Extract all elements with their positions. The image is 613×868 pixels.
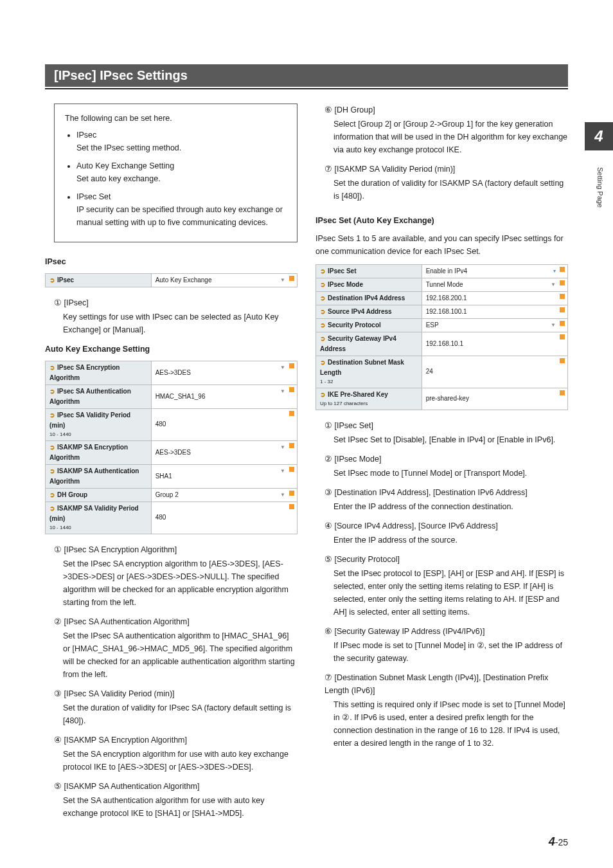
ake-table: IPsec SA Encryption AlgorithmAES->3DES▼ …: [45, 361, 298, 534]
table-value: HMAC_SHA1_96▼: [151, 385, 297, 409]
table-label: Security Protocol: [316, 319, 422, 332]
item-number: ②: [54, 615, 62, 628]
item-body: Set the duration of validity for IPsec S…: [63, 701, 298, 727]
desc-item: ⑤ [ISAKMP SA Authentication Algorithm] S…: [45, 780, 298, 820]
item-name: [Destination Subnet Mask Length (IPv4)],…: [324, 673, 548, 695]
table-value: 480: [151, 409, 297, 441]
desc-item: ⑦ [Destination Subnet Mask Length (IPv4)…: [315, 671, 568, 750]
item-number: ③: [324, 486, 332, 499]
intro-item-desc: IP security can be specified through aut…: [76, 203, 287, 229]
item-body: Set IPsec mode to [Tunnel Mode] or [Tran…: [333, 467, 568, 480]
table-label: IPsec: [46, 274, 152, 287]
desc-item: ⑦ [ISAKMP SA Validity Period (min)] Set …: [315, 163, 568, 203]
item-body: This setting is required only if IPsec m…: [333, 698, 568, 750]
item-body: Enter the IP address of the connection d…: [333, 500, 568, 513]
intro-lead: The following can be set here.: [65, 112, 287, 125]
table-value: pre-shared-key: [422, 388, 567, 410]
item-name: [ISAKMP SA Authentication Algorithm]: [64, 782, 199, 791]
table-label: Source IPv4 Address: [316, 305, 422, 319]
table-value: 192.168.100.1: [422, 305, 567, 319]
table-value: 24: [422, 356, 567, 388]
ake-heading: Auto Key Exchange Setting: [45, 343, 298, 356]
intro-box: The following can be set here. IPsec Set…: [54, 104, 298, 242]
footer-chapter: 4: [549, 835, 555, 848]
item-name: [Destination IPv4 Address], [Destination…: [334, 488, 527, 497]
item-name: [IPsec]: [64, 298, 88, 307]
table-label: IPsec SA Validity Period (min)10 - 1440: [46, 409, 152, 441]
item-name: [IPsec Mode]: [334, 455, 381, 464]
table-label: ISAKMP SA Encryption Algorithm: [46, 440, 152, 464]
intro-item-desc: Set the IPsec setting method.: [76, 141, 287, 154]
item-number: ④: [324, 520, 332, 532]
table-value: Group 2▼: [151, 488, 297, 502]
table-label: Destination IPv4 Address: [316, 292, 422, 305]
table-value: 192.168.10.1: [422, 332, 567, 356]
ipsec-set-heading: IPsec Set (Auto Key Exchange): [315, 214, 568, 227]
footer-page: -25: [555, 837, 568, 847]
item-body: Key settings for use with IPsec can be s…: [63, 311, 298, 336]
intro-item-name: IPsec Set: [76, 190, 287, 203]
chapter-side-label: Setting Page: [596, 167, 604, 208]
table-label: Security Gateway IPv4 Address: [316, 332, 422, 356]
desc-item: ⑥ [DH Group] Select [Group 2] or [Group …: [315, 104, 568, 156]
desc-item: ① [IPsec] Key settings for use with IPse…: [45, 296, 298, 336]
table-label: ISAKMP SA Authentication Algorithm: [46, 464, 152, 488]
item-name: [Security Gateway IP Address (IPv4/IPv6)…: [334, 627, 484, 636]
table-value: Auto Key Exchange▼: [151, 274, 297, 287]
table-value: Enable in IPv4▾: [422, 265, 567, 278]
item-name: [Source IPv4 Address], [Source IPv6 Addr…: [334, 521, 497, 530]
ipsec-set-intro: IPsec Sets 1 to 5 are available, and you…: [315, 232, 568, 258]
item-name: [IPsec SA Validity Period (min)]: [64, 689, 174, 698]
item-body: Set the duration of validity for ISAKMP …: [333, 177, 568, 203]
item-number: ⑤: [54, 780, 62, 793]
item-number: ④: [54, 734, 62, 746]
item-body: Set the SA encryption algorithm for use …: [63, 748, 298, 773]
item-number: ⑥: [324, 104, 332, 116]
table-label: Destination Subnet Mask Length1 - 32: [316, 356, 422, 388]
desc-item: ① [IPsec Set] Set IPsec Set to [Disable]…: [315, 419, 568, 446]
intro-item-name: Auto Key Exchange Setting: [76, 159, 287, 172]
item-body: Set IPsec Set to [Disable], [Enable in I…: [333, 433, 568, 446]
item-number: ⑤: [324, 553, 332, 566]
item-name: [DH Group]: [334, 105, 375, 114]
table-label: IPsec Set: [316, 265, 422, 278]
table-value: AES->3DES▼: [151, 440, 297, 464]
item-body: Set the IPsec SA encryption algorithm to…: [63, 557, 298, 609]
page-footer: 4-25: [549, 835, 568, 849]
table-label: ISAKMP SA Validity Period (min)10 - 1440: [46, 502, 152, 534]
desc-item: ② [IPsec SA Authentication Algorithm] Se…: [45, 615, 298, 681]
table-value: ESP▼: [422, 319, 567, 332]
table-label: IKE Pre-Shared KeyUp to 127 characters: [316, 388, 422, 410]
ipsec-table: IPsec Auto Key Exchange▼: [45, 273, 298, 287]
item-number: ⑦: [324, 671, 332, 684]
item-body: Set the SA authentication algorithm for …: [63, 794, 298, 820]
two-column-layout: The following can be set here. IPsec Set…: [45, 104, 568, 826]
table-value: SHA1▼: [151, 464, 297, 488]
title-underline: [45, 88, 568, 89]
item-body: Set the IPsec SA authentication algorith…: [63, 629, 298, 681]
item-name: [ISAKMP SA Validity Period (min)]: [334, 165, 455, 174]
item-number: ③: [54, 687, 62, 700]
item-number: ⑥: [324, 625, 332, 638]
item-number: ①: [54, 543, 62, 556]
table-value: Tunnel Mode▼: [422, 278, 567, 292]
item-name: [ISAKMP SA Encryption Algorithm]: [64, 736, 187, 745]
table-value: 480: [151, 502, 297, 534]
desc-item: ⑥ [Security Gateway IP Address (IPv4/IPv…: [315, 625, 568, 665]
desc-item: ③ [Destination IPv4 Address], [Destinati…: [315, 486, 568, 513]
item-body: Enter the IP address of the source.: [333, 534, 568, 547]
table-label: DH Group: [46, 488, 152, 502]
item-name: [IPsec SA Encryption Algorithm]: [64, 545, 177, 554]
desc-item: ① [IPsec SA Encryption Algorithm] Set th…: [45, 543, 298, 609]
section-title: [IPsec] IPsec Settings: [45, 64, 568, 87]
table-label: IPsec Mode: [316, 278, 422, 292]
table-label: IPsec SA Encryption Algorithm: [46, 361, 152, 385]
intro-item-name: IPsec: [76, 129, 287, 141]
intro-item-desc: Set auto key exchange.: [76, 172, 287, 185]
table-value: 192.168.200.1: [422, 292, 567, 305]
item-name: [Security Protocol]: [334, 555, 399, 564]
item-name: [IPsec SA Authentication Algorithm]: [64, 617, 189, 626]
desc-item: ④ [Source IPv4 Address], [Source IPv6 Ad…: [315, 520, 568, 547]
item-number: ②: [324, 453, 332, 466]
table-value: AES->3DES▼: [151, 361, 297, 385]
